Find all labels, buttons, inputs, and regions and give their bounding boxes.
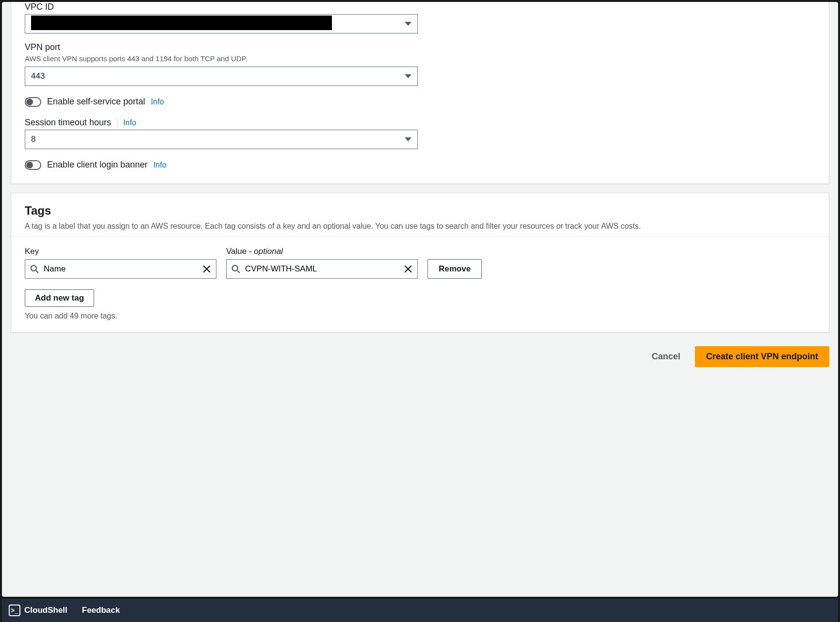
- session-timeout-info-link[interactable]: Info: [117, 118, 136, 127]
- create-endpoint-button[interactable]: Create client VPN endpoint: [695, 346, 829, 367]
- vpn-port-value: 443: [31, 71, 405, 81]
- tag-value-input-wrap: [226, 259, 418, 279]
- login-banner-info-link[interactable]: Info: [153, 161, 166, 169]
- tag-value-input[interactable]: [245, 264, 399, 274]
- tag-row: Key Value - opti: [25, 247, 815, 279]
- svg-line-5: [237, 271, 240, 273]
- self-service-label: Enable self-service portal: [47, 97, 145, 107]
- close-icon[interactable]: [404, 265, 412, 273]
- search-icon: [30, 265, 39, 273]
- session-timeout-select[interactable]: 8: [25, 130, 418, 149]
- session-timeout-value: 8: [31, 134, 405, 144]
- vpn-port-label: VPN port: [25, 42, 815, 52]
- vpn-settings-panel: VPC ID VPN port AWS client VPN supports …: [11, 2, 829, 184]
- chevron-down-icon: [405, 74, 412, 78]
- close-icon[interactable]: [202, 265, 211, 273]
- tags-remaining-hint: You can add 49 more tags.: [25, 312, 815, 320]
- svg-line-1: [36, 271, 38, 273]
- vpn-port-select[interactable]: 443: [25, 67, 418, 86]
- vpn-port-field: VPN port AWS client VPN supports ports 4…: [25, 42, 815, 86]
- add-tag-button[interactable]: Add new tag: [25, 289, 94, 307]
- vpn-port-hint: AWS client VPN supports ports 443 and 11…: [25, 54, 815, 63]
- console-footer: >_ CloudShell Feedback: [2, 599, 838, 622]
- tags-description: A tag is a label that you assign to an A…: [25, 220, 815, 232]
- svg-point-0: [31, 266, 36, 271]
- cancel-button[interactable]: Cancel: [645, 349, 687, 365]
- tag-key-input-wrap: [25, 259, 216, 279]
- session-timeout-label: Session timeout hours: [25, 118, 111, 128]
- vpc-id-label: VPC ID: [25, 2, 815, 12]
- vpc-id-select[interactable]: [25, 14, 418, 34]
- cloudshell-icon: >_: [9, 605, 20, 616]
- tags-panel: Tags A tag is a label that you assign to…: [11, 193, 829, 333]
- login-banner-toggle[interactable]: [25, 160, 41, 170]
- tag-key-label: Key: [25, 247, 216, 256]
- svg-point-4: [232, 266, 238, 271]
- tag-value-label: Value - optional: [226, 247, 418, 256]
- login-banner-toggle-row: Enable client login banner Info: [25, 160, 815, 170]
- tags-title: Tags: [25, 204, 815, 218]
- feedback-link[interactable]: Feedback: [82, 605, 120, 615]
- remove-tag-button[interactable]: Remove: [428, 259, 482, 279]
- vpc-id-field: VPC ID: [25, 2, 815, 34]
- cloudshell-button[interactable]: >_ CloudShell: [9, 605, 67, 616]
- search-icon: [231, 265, 240, 273]
- chevron-down-icon: [405, 22, 412, 26]
- self-service-toggle-row: Enable self-service portal Info: [25, 97, 815, 107]
- chevron-down-icon: [405, 137, 412, 141]
- login-banner-label: Enable client login banner: [47, 160, 148, 170]
- tag-key-input[interactable]: [44, 264, 198, 274]
- vpc-id-redacted-value: [31, 16, 332, 30]
- session-timeout-field: Session timeout hours Info 8: [25, 118, 815, 149]
- self-service-toggle[interactable]: [25, 97, 41, 107]
- self-service-info-link[interactable]: Info: [151, 98, 164, 106]
- form-actions: Cancel Create client VPN endpoint: [2, 341, 838, 376]
